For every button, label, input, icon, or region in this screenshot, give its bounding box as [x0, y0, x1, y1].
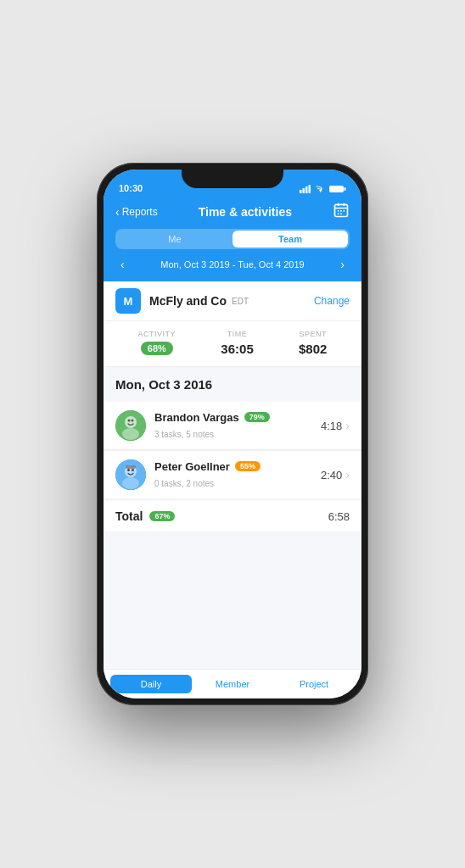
svg-rect-10: [338, 210, 339, 212]
brandon-chevron-icon: ›: [345, 419, 350, 432]
spent-value: $802: [299, 342, 327, 356]
svg-rect-25: [126, 465, 136, 469]
svg-rect-2: [305, 186, 308, 193]
back-button[interactable]: ‹ Reports: [115, 205, 158, 219]
status-icons: [300, 185, 346, 193]
signal-icon: [300, 185, 311, 193]
activity-stat: ACTIVITY 68%: [138, 330, 176, 356]
tab-team[interactable]: Team: [232, 231, 348, 248]
total-label: Total: [115, 509, 143, 523]
company-row: M McFly and Co EDT Change: [104, 281, 361, 321]
company-name: McFly and Co: [149, 294, 227, 308]
phone-frame: 10:30: [97, 163, 368, 705]
svg-rect-1: [303, 188, 305, 193]
total-pct-badge: 67%: [149, 511, 175, 521]
brandon-time: 4:18: [321, 420, 342, 432]
back-label: Reports: [122, 206, 158, 218]
tab-project[interactable]: Project: [273, 675, 355, 693]
date-heading: Mon, Oct 3 2016: [115, 377, 350, 392]
svg-point-23: [127, 469, 130, 471]
company-avatar: M: [115, 288, 141, 314]
total-row: Total 67% 6:58: [104, 501, 361, 531]
svg-point-19: [132, 420, 134, 422]
wifi-icon: [315, 185, 326, 193]
brandon-info: Brandon Vargas 79% 3 tasks, 5 notes: [154, 411, 321, 441]
time-stat: TIME 36:05: [221, 330, 253, 356]
svg-rect-4: [329, 186, 344, 192]
svg-rect-3: [309, 185, 311, 193]
page-title: Time & activities: [199, 205, 292, 219]
spent-stat: SPENT $802: [299, 330, 327, 356]
next-date-button[interactable]: ›: [335, 258, 350, 271]
tab-switcher: Me Team: [115, 229, 350, 249]
brandon-avatar: [115, 410, 146, 441]
total-time: 6:58: [328, 510, 350, 523]
phone-screen: 10:30: [104, 170, 361, 698]
svg-rect-11: [340, 210, 342, 212]
svg-point-17: [122, 428, 139, 440]
svg-rect-13: [338, 213, 339, 214]
peter-pct-badge: 55%: [235, 461, 261, 471]
back-chevron-icon: ‹: [115, 205, 120, 219]
header: ‹ Reports Time & activities: [104, 197, 361, 281]
spent-label: SPENT: [299, 330, 327, 338]
peter-chevron-icon: ›: [345, 468, 350, 481]
activity-value: 68%: [141, 342, 173, 355]
tab-daily[interactable]: Daily: [110, 675, 192, 693]
peter-info: Peter Goellner 55% 0 tasks, 2 notes: [154, 460, 321, 490]
svg-rect-12: [343, 210, 345, 212]
peter-name-row: Peter Goellner 55%: [154, 460, 321, 473]
peter-avatar: [115, 459, 146, 490]
tab-member[interactable]: Member: [192, 675, 273, 693]
prev-date-button[interactable]: ‹: [115, 258, 130, 271]
svg-point-22: [122, 477, 139, 489]
member-item-peter[interactable]: Peter Goellner 55% 0 tasks, 2 notes 2:40…: [104, 451, 361, 499]
svg-rect-0: [300, 190, 302, 193]
bottom-tabs: Daily Member Project: [104, 669, 361, 698]
tab-me[interactable]: Me: [117, 231, 232, 248]
time-value: 36:05: [221, 342, 253, 356]
svg-point-24: [132, 469, 134, 471]
date-navigation: ‹ Mon, Oct 3 2019 - Tue, Oct 4 2019 ›: [115, 256, 350, 273]
brandon-sub: 3 tasks, 5 notes: [154, 430, 214, 439]
date-section: Mon, Oct 3 2016: [104, 367, 361, 402]
company-timezone: EDT: [232, 297, 249, 306]
brandon-name-row: Brandon Vargas 79%: [154, 411, 321, 424]
content-area: M McFly and Co EDT Change ACTIVITY 68% T…: [104, 281, 361, 669]
brandon-pct-badge: 79%: [244, 412, 270, 422]
status-time: 10:30: [119, 183, 143, 193]
calendar-icon[interactable]: [333, 202, 350, 222]
svg-rect-5: [345, 187, 346, 191]
peter-sub: 0 tasks, 2 notes: [154, 479, 214, 488]
date-range-text: Mon, Oct 3 2019 - Tue, Oct 4 2019: [160, 259, 304, 270]
battery-icon: [329, 185, 346, 193]
member-item-brandon[interactable]: Brandon Vargas 79% 3 tasks, 5 notes 4:18…: [104, 402, 361, 450]
activity-label: ACTIVITY: [138, 330, 176, 338]
time-label: TIME: [227, 330, 248, 338]
company-change-button[interactable]: Change: [314, 295, 350, 307]
svg-point-18: [128, 420, 131, 422]
svg-rect-14: [340, 213, 342, 214]
svg-point-16: [125, 416, 137, 428]
stats-row: ACTIVITY 68% TIME 36:05 SPENT $802: [104, 321, 361, 367]
header-top: ‹ Reports Time & activities: [115, 202, 350, 222]
brandon-name: Brandon Vargas: [154, 411, 239, 424]
notch: [182, 170, 283, 188]
peter-time: 2:40: [321, 469, 342, 481]
peter-name: Peter Goellner: [154, 460, 230, 473]
